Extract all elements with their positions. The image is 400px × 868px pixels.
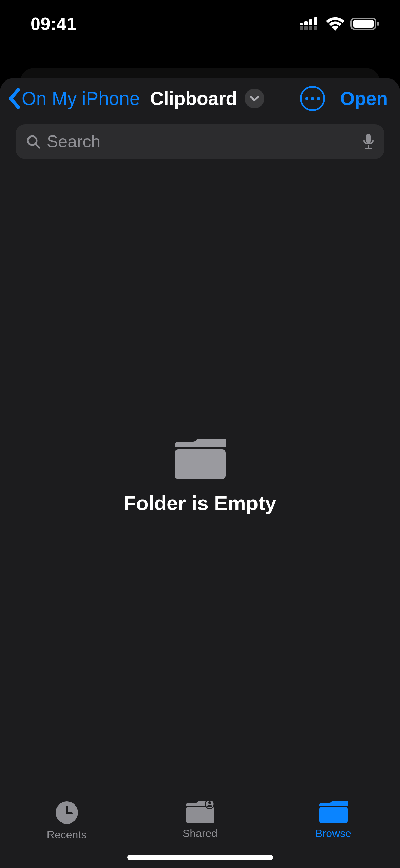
svg-rect-7 bbox=[314, 26, 317, 30]
battery-icon bbox=[350, 17, 380, 31]
status-icons bbox=[300, 17, 380, 31]
cellular-icon bbox=[300, 17, 320, 30]
tab-recents[interactable]: Recents bbox=[0, 801, 133, 868]
svg-point-20 bbox=[208, 801, 211, 804]
empty-folder-icon bbox=[175, 439, 226, 479]
svg-rect-16 bbox=[175, 449, 226, 479]
svg-rect-21 bbox=[319, 807, 348, 823]
tab-browse-label: Browse bbox=[315, 827, 351, 840]
nav-bar: On My iPhone Clipboard Open bbox=[0, 78, 400, 119]
folder-title[interactable]: Clipboard bbox=[150, 88, 237, 109]
files-sheet: On My iPhone Clipboard Open Search bbox=[0, 78, 400, 868]
svg-rect-3 bbox=[300, 23, 303, 25]
search-input[interactable]: Search bbox=[16, 124, 384, 159]
tab-shared-label: Shared bbox=[183, 827, 217, 840]
search-placeholder: Search bbox=[47, 132, 357, 151]
empty-folder-label: Folder is Empty bbox=[123, 491, 276, 515]
more-options-button[interactable] bbox=[300, 86, 325, 111]
svg-rect-6 bbox=[314, 17, 317, 25]
svg-rect-1 bbox=[304, 26, 308, 30]
svg-rect-0 bbox=[300, 26, 303, 30]
svg-rect-2 bbox=[309, 26, 312, 30]
wifi-icon bbox=[326, 17, 344, 31]
search-wrap: Search bbox=[0, 119, 400, 159]
microphone-icon[interactable] bbox=[363, 133, 374, 150]
status-bar: 09:41 bbox=[0, 0, 400, 48]
search-icon bbox=[26, 134, 41, 149]
tab-recents-label: Recents bbox=[47, 829, 87, 841]
chevron-down-icon bbox=[250, 95, 259, 102]
svg-rect-13 bbox=[366, 134, 371, 143]
title-dropdown-button[interactable] bbox=[245, 89, 264, 108]
chevron-left-icon bbox=[7, 87, 22, 110]
folder-content-area: Folder is Empty bbox=[0, 159, 400, 795]
shared-folder-icon bbox=[186, 801, 214, 823]
back-button[interactable]: On My iPhone bbox=[7, 87, 140, 110]
clock-icon bbox=[55, 801, 79, 825]
open-button[interactable]: Open bbox=[340, 88, 388, 109]
svg-rect-9 bbox=[353, 20, 374, 28]
tab-browse[interactable]: Browse bbox=[267, 801, 400, 868]
svg-line-12 bbox=[36, 144, 39, 148]
svg-rect-4 bbox=[304, 21, 308, 25]
home-indicator[interactable] bbox=[127, 855, 273, 860]
ellipsis-icon bbox=[305, 97, 308, 100]
back-label: On My iPhone bbox=[22, 88, 140, 109]
svg-rect-5 bbox=[309, 19, 312, 25]
browse-folder-icon bbox=[319, 801, 348, 823]
svg-rect-18 bbox=[186, 807, 214, 823]
status-time: 09:41 bbox=[31, 14, 77, 34]
svg-rect-10 bbox=[377, 22, 379, 26]
